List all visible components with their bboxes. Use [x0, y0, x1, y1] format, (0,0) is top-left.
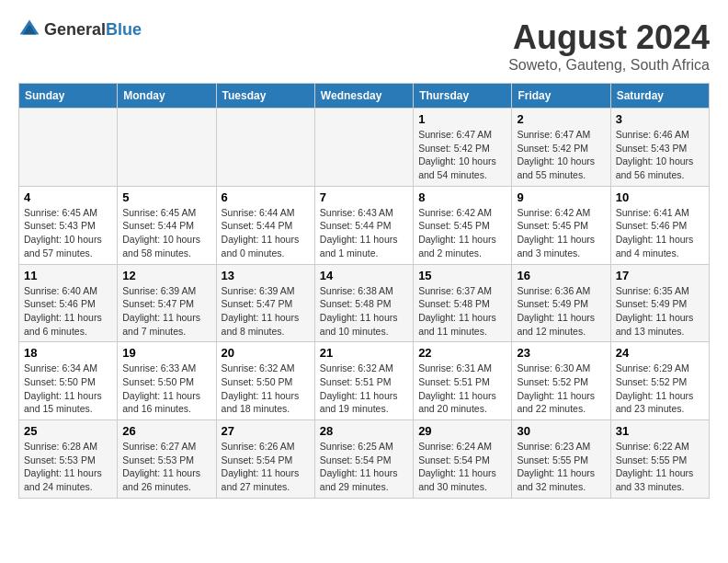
week-row-4: 18Sunrise: 6:34 AM Sunset: 5:50 PM Dayli… [19, 342, 710, 420]
day-number: 6 [222, 190, 310, 204]
day-number: 30 [517, 424, 605, 438]
day-number: 14 [320, 269, 408, 282]
calendar-cell: 25Sunrise: 6:28 AM Sunset: 5:53 PM Dayli… [19, 420, 118, 499]
calendar-cell: 9Sunrise: 6:42 AM Sunset: 5:45 PM Daylig… [512, 186, 610, 264]
day-info: Sunrise: 6:43 AM Sunset: 5:44 PM Dayligh… [320, 206, 408, 260]
calendar-cell: 16Sunrise: 6:36 AM Sunset: 5:49 PM Dayli… [512, 264, 610, 342]
day-number: 10 [616, 190, 704, 204]
header: GeneralBlue August 2024 Soweto, Gauteng,… [18, 18, 710, 74]
day-number: 17 [616, 269, 704, 282]
day-number: 27 [222, 424, 310, 438]
logo: GeneralBlue [18, 18, 142, 40]
calendar-cell: 13Sunrise: 6:39 AM Sunset: 5:47 PM Dayli… [216, 264, 314, 342]
day-info: Sunrise: 6:46 AM Sunset: 5:43 PM Dayligh… [616, 128, 704, 182]
calendar-cell: 2Sunrise: 6:47 AM Sunset: 5:42 PM Daylig… [512, 109, 610, 187]
day-info: Sunrise: 6:27 AM Sunset: 5:53 PM Dayligh… [122, 440, 210, 494]
calendar-cell: 4Sunrise: 6:45 AM Sunset: 5:43 PM Daylig… [19, 186, 118, 264]
calendar-body: 1Sunrise: 6:47 AM Sunset: 5:42 PM Daylig… [19, 109, 710, 499]
calendar-cell: 30Sunrise: 6:23 AM Sunset: 5:55 PM Dayli… [512, 420, 610, 499]
week-row-1: 1Sunrise: 6:47 AM Sunset: 5:42 PM Daylig… [19, 109, 710, 187]
calendar-cell: 20Sunrise: 6:32 AM Sunset: 5:50 PM Dayli… [216, 342, 314, 420]
day-number: 29 [418, 424, 506, 438]
calendar-cell: 29Sunrise: 6:24 AM Sunset: 5:54 PM Dayli… [414, 420, 512, 499]
calendar-cell: 8Sunrise: 6:42 AM Sunset: 5:45 PM Daylig… [414, 186, 512, 264]
day-info: Sunrise: 6:39 AM Sunset: 5:47 PM Dayligh… [222, 284, 310, 339]
calendar-cell: 5Sunrise: 6:45 AM Sunset: 5:44 PM Daylig… [118, 186, 216, 264]
day-info: Sunrise: 6:45 AM Sunset: 5:43 PM Dayligh… [24, 206, 112, 260]
day-info: Sunrise: 6:30 AM Sunset: 5:52 PM Dayligh… [517, 362, 605, 416]
header-day-sunday: Sunday [19, 84, 118, 109]
day-info: Sunrise: 6:42 AM Sunset: 5:45 PM Dayligh… [418, 206, 506, 260]
day-info: Sunrise: 6:47 AM Sunset: 5:42 PM Dayligh… [418, 128, 506, 182]
calendar-cell: 31Sunrise: 6:22 AM Sunset: 5:55 PM Dayli… [610, 420, 709, 499]
title-area: August 2024 Soweto, Gauteng, South Afric… [508, 18, 710, 74]
day-info: Sunrise: 6:32 AM Sunset: 5:50 PM Dayligh… [222, 362, 310, 416]
day-number: 1 [418, 112, 506, 126]
day-number: 16 [517, 269, 605, 282]
calendar-table: SundayMondayTuesdayWednesdayThursdayFrid… [18, 83, 710, 499]
calendar-cell: 11Sunrise: 6:40 AM Sunset: 5:46 PM Dayli… [19, 264, 118, 342]
day-number: 7 [320, 190, 408, 204]
day-number: 4 [24, 190, 112, 204]
calendar-cell: 3Sunrise: 6:46 AM Sunset: 5:43 PM Daylig… [610, 109, 709, 187]
calendar-cell: 21Sunrise: 6:32 AM Sunset: 5:51 PM Dayli… [314, 342, 413, 420]
day-info: Sunrise: 6:22 AM Sunset: 5:55 PM Dayligh… [616, 440, 704, 494]
day-number: 8 [418, 190, 506, 204]
day-number: 25 [24, 424, 112, 438]
calendar-cell: 24Sunrise: 6:29 AM Sunset: 5:52 PM Dayli… [610, 342, 709, 420]
day-number: 5 [122, 190, 210, 204]
day-number: 12 [122, 269, 210, 282]
day-info: Sunrise: 6:24 AM Sunset: 5:54 PM Dayligh… [418, 440, 506, 494]
header-day-monday: Monday [118, 84, 216, 109]
day-info: Sunrise: 6:32 AM Sunset: 5:51 PM Dayligh… [320, 362, 408, 416]
calendar-cell: 23Sunrise: 6:30 AM Sunset: 5:52 PM Dayli… [512, 342, 610, 420]
calendar-cell: 19Sunrise: 6:33 AM Sunset: 5:50 PM Dayli… [118, 342, 216, 420]
day-number: 15 [418, 269, 506, 282]
calendar-cell: 6Sunrise: 6:44 AM Sunset: 5:44 PM Daylig… [216, 186, 314, 264]
day-number: 22 [418, 346, 506, 360]
week-row-5: 25Sunrise: 6:28 AM Sunset: 5:53 PM Dayli… [19, 420, 710, 499]
calendar-cell [216, 109, 314, 187]
day-number: 23 [517, 346, 605, 360]
week-row-3: 11Sunrise: 6:40 AM Sunset: 5:46 PM Dayli… [19, 264, 710, 342]
day-number: 28 [320, 424, 408, 438]
day-number: 18 [24, 346, 112, 360]
subtitle: Soweto, Gauteng, South Africa [508, 57, 710, 74]
calendar-cell [19, 109, 118, 187]
calendar-cell: 1Sunrise: 6:47 AM Sunset: 5:42 PM Daylig… [414, 109, 512, 187]
day-number: 9 [517, 190, 605, 204]
day-info: Sunrise: 6:41 AM Sunset: 5:46 PM Dayligh… [616, 206, 704, 260]
header-day-friday: Friday [512, 84, 610, 109]
day-number: 21 [320, 346, 408, 360]
calendar-cell: 17Sunrise: 6:35 AM Sunset: 5:49 PM Dayli… [610, 264, 709, 342]
calendar-cell: 14Sunrise: 6:38 AM Sunset: 5:48 PM Dayli… [314, 264, 413, 342]
day-info: Sunrise: 6:34 AM Sunset: 5:50 PM Dayligh… [24, 362, 112, 416]
day-info: Sunrise: 6:42 AM Sunset: 5:45 PM Dayligh… [517, 206, 605, 260]
logo-icon [18, 18, 40, 40]
header-row: SundayMondayTuesdayWednesdayThursdayFrid… [19, 84, 710, 109]
day-info: Sunrise: 6:44 AM Sunset: 5:44 PM Dayligh… [222, 206, 310, 260]
calendar-cell [314, 109, 413, 187]
calendar-cell [118, 109, 216, 187]
calendar-header: SundayMondayTuesdayWednesdayThursdayFrid… [19, 84, 710, 109]
day-info: Sunrise: 6:45 AM Sunset: 5:44 PM Dayligh… [122, 206, 210, 260]
calendar-cell: 27Sunrise: 6:26 AM Sunset: 5:54 PM Dayli… [216, 420, 314, 499]
day-info: Sunrise: 6:29 AM Sunset: 5:52 PM Dayligh… [616, 362, 704, 416]
header-day-saturday: Saturday [610, 84, 709, 109]
day-number: 11 [24, 269, 112, 282]
day-info: Sunrise: 6:31 AM Sunset: 5:51 PM Dayligh… [418, 362, 506, 416]
calendar-cell: 15Sunrise: 6:37 AM Sunset: 5:48 PM Dayli… [414, 264, 512, 342]
day-info: Sunrise: 6:26 AM Sunset: 5:54 PM Dayligh… [222, 440, 310, 494]
day-info: Sunrise: 6:25 AM Sunset: 5:54 PM Dayligh… [320, 440, 408, 494]
day-info: Sunrise: 6:36 AM Sunset: 5:49 PM Dayligh… [517, 284, 605, 339]
day-info: Sunrise: 6:28 AM Sunset: 5:53 PM Dayligh… [24, 440, 112, 494]
week-row-2: 4Sunrise: 6:45 AM Sunset: 5:43 PM Daylig… [19, 186, 710, 264]
day-number: 3 [616, 112, 704, 126]
day-number: 26 [122, 424, 210, 438]
day-info: Sunrise: 6:23 AM Sunset: 5:55 PM Dayligh… [517, 440, 605, 494]
main-title: August 2024 [508, 18, 710, 57]
day-number: 2 [517, 112, 605, 126]
day-number: 20 [222, 346, 310, 360]
header-day-thursday: Thursday [414, 84, 512, 109]
day-info: Sunrise: 6:37 AM Sunset: 5:48 PM Dayligh… [418, 284, 506, 339]
